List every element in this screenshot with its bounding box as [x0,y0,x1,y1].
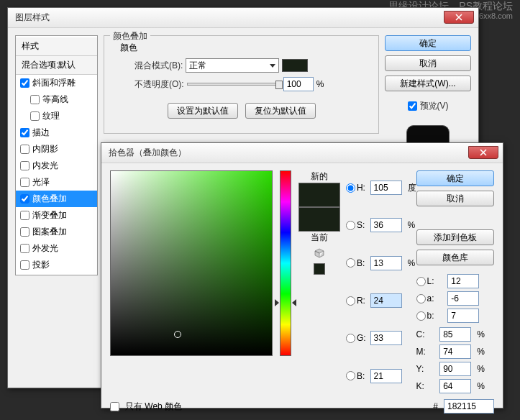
style-item[interactable]: 纹理 [16,108,97,124]
y-unit: % [477,364,494,374]
style-checkbox[interactable] [20,227,29,237]
cancel-button[interactable]: 取消 [416,191,494,206]
bl-input[interactable]: 7 [447,309,479,323]
style-checkbox[interactable] [20,194,29,204]
style-checkbox[interactable] [30,95,40,104]
nearest-web-swatch[interactable] [314,263,325,275]
h-input[interactable]: 105 [370,181,402,195]
style-item[interactable]: 渐变叠加 [16,207,97,224]
reset-default-button[interactable]: 复位为默认值 [245,103,316,119]
a-radio[interactable] [416,294,426,303]
close-button[interactable] [444,11,474,24]
style-item[interactable]: 颜色叠加 [16,191,97,207]
style-checkbox[interactable] [20,211,29,220]
style-item[interactable]: 描边 [16,124,97,141]
overlay-color-swatch[interactable] [282,59,308,72]
bv-input[interactable]: 13 [370,256,402,270]
style-label: 斜面和浮雕 [32,77,76,89]
style-checkbox[interactable] [20,78,29,88]
style-checkbox[interactable] [20,178,29,187]
set-default-button[interactable]: 设置为默认值 [168,103,238,119]
g-input[interactable]: 33 [370,331,402,345]
y-label: Y: [416,364,436,374]
saturation-value-field[interactable] [110,170,273,356]
style-label: 纹理 [42,110,60,122]
styles-list: 样式 混合选项:默认 斜面和浮雕等高线纹理描边内阴影内发光光泽颜色叠加渐变叠加图… [15,35,98,275]
sv-cursor[interactable] [174,331,181,338]
l-radio[interactable] [416,277,426,286]
dialog-title: 拾色器（叠加颜色） [109,147,186,159]
new-label: 新的 [298,170,340,183]
r-radio[interactable] [346,296,355,306]
picker-right-column: 确定 取消 添加到色板 颜色库 L: 12 a: -6 b: 7 C:85% M… [416,170,494,393]
titlebar[interactable]: 图层样式 [8,8,478,28]
blend-mode-value: 正常 [189,60,206,72]
bc-radio[interactable] [346,371,355,380]
style-checkbox[interactable] [20,244,29,253]
style-item[interactable]: 投影 [16,257,97,273]
bc-input[interactable]: 21 [370,369,402,383]
styles-header[interactable]: 样式 [16,37,97,56]
a-input[interactable]: -6 [447,291,479,306]
style-item[interactable]: 外发光 [16,240,97,257]
style-item[interactable]: 斜面和浮雕 [16,75,97,91]
bv-radio[interactable] [346,258,355,268]
h-unit: 度 [408,182,416,194]
opacity-input[interactable]: 100 [283,77,314,91]
c-unit: % [477,329,494,339]
color-sublabel: 颜色 [120,42,370,54]
s-input[interactable]: 36 [370,218,402,232]
style-checkbox[interactable] [20,260,29,270]
opacity-slider[interactable] [187,83,280,86]
close-icon [480,149,487,156]
web-only-checkbox[interactable] [110,402,119,411]
blend-options-header[interactable]: 混合选项:默认 [16,56,97,75]
cmyk-fields: C:85% M:74% Y:90% K:64% [416,327,494,393]
close-button[interactable] [468,146,498,159]
h-label: H: [357,183,365,193]
hue-thumb-icon [275,299,279,306]
hue-thumb-icon [292,299,296,306]
c-input[interactable]: 85 [439,327,471,342]
new-color-swatch[interactable] [298,183,340,207]
m-input[interactable]: 74 [439,344,471,359]
g-radio[interactable] [346,334,355,343]
style-item[interactable]: 光泽 [16,174,97,191]
preview-checkbox[interactable] [408,101,417,111]
m-unit: % [477,347,494,357]
style-item[interactable]: 等高线 [16,91,97,108]
bl-radio[interactable] [416,311,426,321]
style-item[interactable]: 内发光 [16,158,97,174]
ok-button[interactable]: 确定 [416,170,494,186]
r-input[interactable]: 24 [370,293,402,308]
cube-icon[interactable] [314,248,324,258]
l-label: L: [427,276,434,286]
style-item[interactable]: 图案叠加 [16,224,97,240]
blend-mode-combo[interactable]: 正常 [186,58,279,73]
s-label: S: [357,220,365,230]
style-item[interactable]: 内阴影 [16,141,97,158]
s-unit: % [408,220,416,230]
style-checkbox[interactable] [30,111,40,121]
color-library-button[interactable]: 颜色库 [416,250,494,265]
k-input[interactable]: 64 [439,379,471,393]
style-label: 描边 [32,127,50,139]
current-color-swatch[interactable] [298,207,340,232]
cancel-button[interactable]: 取消 [385,55,471,71]
h-radio[interactable] [346,183,355,193]
hue-slider[interactable] [280,170,291,356]
y-input[interactable]: 90 [439,362,471,376]
slider-thumb[interactable] [275,81,283,89]
add-swatch-button[interactable]: 添加到色板 [416,229,494,245]
hex-input[interactable]: 182115 [444,399,494,414]
bv-label: B: [357,258,365,268]
style-checkbox[interactable] [20,128,29,137]
close-icon [455,14,462,21]
ok-button[interactable]: 确定 [385,35,471,51]
style-checkbox[interactable] [20,145,29,154]
new-style-button[interactable]: 新建样式(W)... [385,76,471,91]
l-input[interactable]: 12 [447,274,479,288]
style-checkbox[interactable] [20,161,29,170]
s-radio[interactable] [346,221,355,230]
titlebar[interactable]: 拾色器（叠加颜色） [101,143,503,163]
